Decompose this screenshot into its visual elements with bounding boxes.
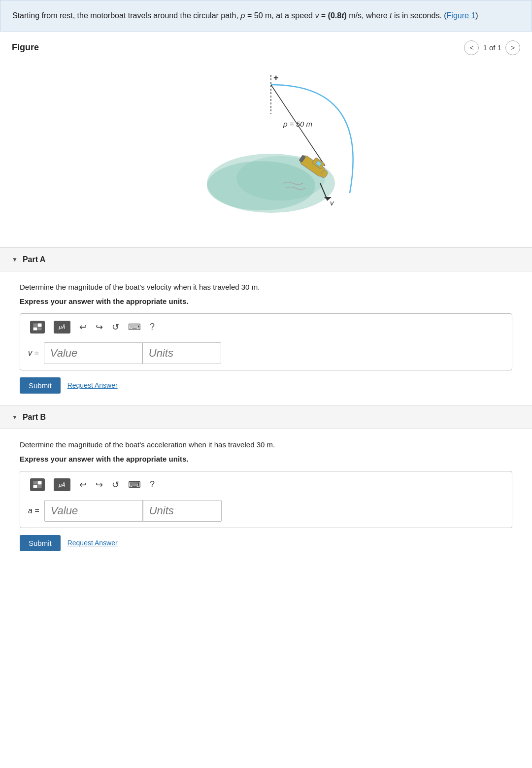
refresh-icon: ↺ [112,322,119,333]
part-a-actions: Submit Request Answer [20,377,512,394]
part-a-refresh-button[interactable]: ↺ [110,321,121,334]
part-a-section: ▼ Part A Determine the magnitude of the … [0,248,532,405]
mu-icon: μÅ [54,321,70,334]
part-a-question: Determine the magnitude of the boat's ve… [20,281,512,293]
part-b-input-row: a = [28,500,504,522]
part-b-toolbar: μÅ ↩ ↪ ↺ ⌨ ? [28,477,504,494]
part-a-request-answer-button[interactable]: Request Answer [67,381,118,389]
figure-nav: < 1 of 1 > [464,40,520,55]
part-b-header[interactable]: ▼ Part B [0,406,532,429]
part-a-arrow: ▼ [12,256,18,263]
part-a-title: Part A [23,255,46,264]
part-a-mu-icon-button[interactable]: μÅ [52,320,72,334]
problem-banner: Starting from rest, the motorboat travel… [0,0,532,32]
part-b-request-answer-button[interactable]: Request Answer [67,539,118,547]
part-a-header[interactable]: ▼ Part A [0,248,532,271]
undo-icon: ↩ [79,322,87,333]
part-b-mu-icon-button[interactable]: μÅ [52,477,72,492]
part-b-body: Determine the magnitude of the boat's ac… [0,429,532,563]
part-b-instruction: Express your answer with the appropriate… [20,455,512,463]
figure-link[interactable]: Figure 1 [447,11,476,20]
part-b-actions: Submit Request Answer [20,535,512,551]
svg-rect-20 [38,481,41,484]
part-b-units-input[interactable] [143,500,222,522]
figure-next-button[interactable]: > [505,40,520,55]
part-b-answer-label: a = [28,506,39,515]
part-a-input-row: v = [28,342,504,364]
help-icon: ? [150,322,155,332]
help-icon-b: ? [150,479,155,490]
svg-rect-19 [33,481,37,484]
part-b-section: ▼ Part B Determine the magnitude of the … [0,405,532,563]
part-a-redo-button[interactable]: ↪ [94,321,105,334]
undo-icon-b: ↩ [79,479,87,490]
figure-prev-button[interactable]: < [464,40,479,55]
part-a-undo-button[interactable]: ↩ [77,321,89,334]
figure-header: Figure < 1 of 1 > [12,40,520,55]
part-a-toolbar: μÅ ↩ ↪ ↺ ⌨ ? [28,320,504,336]
part-a-body: Determine the magnitude of the boat's ve… [0,271,532,405]
svg-rect-15 [33,324,37,327]
grid-icon-b [30,478,45,491]
svg-rect-22 [38,485,41,488]
part-b-undo-button[interactable]: ↩ [77,478,89,491]
figure-title: Figure [12,42,39,53]
part-b-redo-button[interactable]: ↪ [94,478,105,491]
svg-rect-16 [38,324,41,327]
part-a-submit-button[interactable]: Submit [20,377,61,394]
part-a-instruction: Express your answer with the appropriate… [20,297,512,305]
part-a-grid-icon-button[interactable] [28,320,47,334]
part-a-keyboard-button[interactable]: ⌨ [126,321,143,334]
figure-section: Figure < 1 of 1 > + [0,32,532,248]
figure-counter: 1 of 1 [483,43,501,52]
keyboard-icon-b: ⌨ [128,479,141,490]
svg-rect-21 [33,485,37,488]
redo-icon: ↪ [96,322,103,333]
keyboard-icon: ⌨ [128,322,141,333]
svg-rect-18 [38,328,41,330]
part-b-grid-icon-button[interactable] [28,477,47,492]
part-a-units-input[interactable] [142,342,221,364]
part-b-answer-box: μÅ ↩ ↪ ↺ ⌨ ? a = [20,471,512,528]
figure-svg: + ρ = 50 m [158,70,374,228]
part-a-help-button[interactable]: ? [148,321,157,333]
svg-rect-17 [33,328,37,330]
svg-text:+: + [273,73,279,83]
part-b-title: Part B [23,413,46,422]
redo-icon-b: ↪ [96,479,103,490]
part-a-answer-box: μÅ ↩ ↪ ↺ ⌨ ? v = [20,313,512,370]
part-b-arrow: ▼ [12,414,18,421]
part-b-keyboard-button[interactable]: ⌨ [126,478,143,491]
refresh-icon-b: ↺ [112,479,119,490]
diagram-container: + ρ = 50 m [158,70,374,228]
part-b-help-button[interactable]: ? [148,478,157,491]
part-b-question: Determine the magnitude of the boat's ac… [20,439,512,451]
figure-diagram: + ρ = 50 m [12,60,520,242]
part-b-value-input[interactable] [44,500,143,522]
part-b-refresh-button[interactable]: ↺ [110,478,121,491]
svg-text:v: v [330,199,334,207]
part-a-answer-label: v = [28,349,39,358]
mu-icon-b: μÅ [54,478,70,491]
part-b-submit-button[interactable]: Submit [20,535,61,551]
part-a-value-input[interactable] [44,342,142,364]
grid-icon [30,321,45,334]
problem-statement: Starting from rest, the motorboat travel… [12,11,478,20]
svg-text:ρ = 50 m: ρ = 50 m [283,120,312,128]
